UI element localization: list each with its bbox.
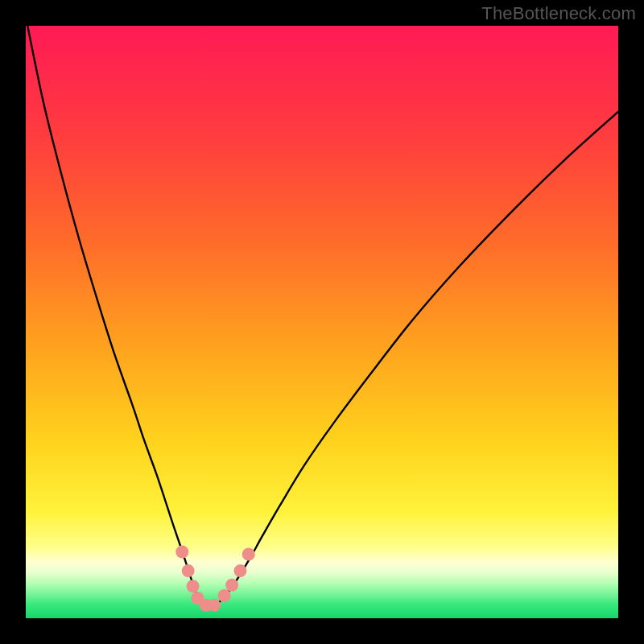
plot-area xyxy=(26,26,618,618)
marker-dot xyxy=(208,599,221,612)
marker-dot xyxy=(242,548,255,561)
marker-dot xyxy=(225,579,238,592)
chart-frame: TheBottleneck.com xyxy=(0,0,644,644)
marker-dot xyxy=(175,546,188,559)
curve-layer xyxy=(26,26,618,618)
marker-dot xyxy=(218,589,231,602)
marker-dot xyxy=(187,580,200,592)
curve-markers xyxy=(175,546,254,612)
bottleneck-curve xyxy=(27,26,618,606)
marker-dot xyxy=(182,564,195,577)
marker-dot xyxy=(233,564,246,577)
watermark-text: TheBottleneck.com xyxy=(481,3,636,24)
